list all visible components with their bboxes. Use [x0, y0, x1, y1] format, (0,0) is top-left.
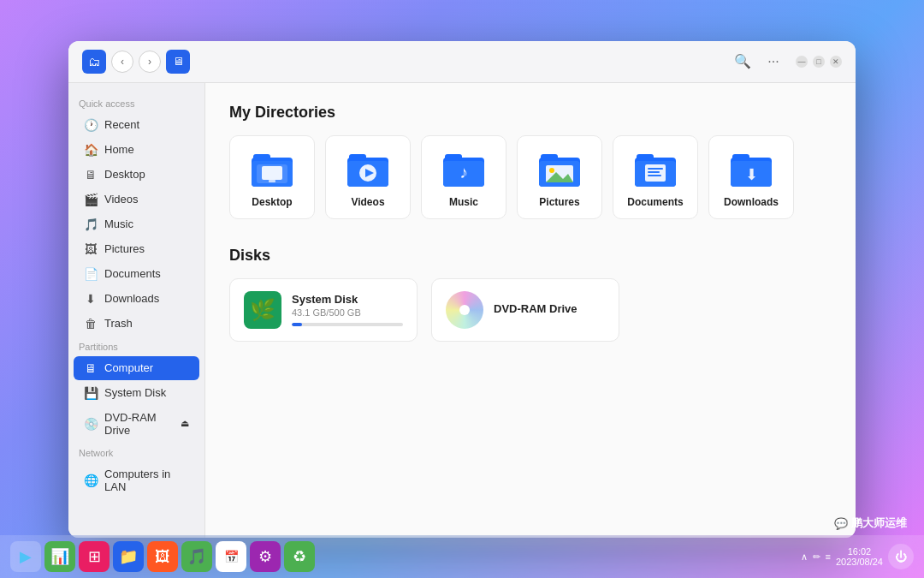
minimize-button[interactable]: —: [796, 56, 808, 68]
taskbar-pen-icon: ✏: [813, 551, 820, 563]
videos-folder-icon: [346, 150, 390, 188]
sidebar-item-computers-lan-label: Computers in LAN: [104, 468, 189, 493]
svg-rect-4: [262, 166, 282, 180]
pictures-folder-label: Pictures: [539, 196, 579, 208]
file-manager-window: 🗂 ‹ › 🖥 🔍 ··· — □ ✕ Quick access 🕐 Recen…: [68, 41, 856, 538]
taskbar-right: ∧ ✏ ≡ 16:02 2023/08/24 ⏻: [801, 544, 914, 569]
home-icon: 🏠: [84, 143, 98, 157]
maximize-button[interactable]: □: [813, 56, 825, 68]
svg-rect-26: [648, 171, 660, 173]
system-disk-size: 43.1 GB/500 GB: [292, 307, 403, 318]
downloads-folder-icon: ⬇: [729, 150, 773, 188]
taskbar-date: 2023/08/24: [836, 557, 883, 567]
sidebar-item-documents[interactable]: 📄 Documents: [74, 262, 199, 286]
title-bar-right: 🔍 ··· — □ ✕: [731, 50, 842, 74]
svg-rect-8: [349, 154, 366, 161]
sidebar-item-downloads[interactable]: ⬇ Downloads: [74, 287, 199, 311]
svg-rect-17: [541, 154, 558, 161]
system-disk-name: System Disk: [292, 293, 403, 306]
svg-rect-25: [648, 168, 663, 170]
disk-card-dvd[interactable]: DVD-RAM Drive: [431, 278, 619, 342]
sidebar-item-home[interactable]: 🏠 Home: [74, 138, 199, 162]
taskbar-icon-4[interactable]: 🖼: [147, 541, 178, 572]
app-icon-button[interactable]: 🗂: [82, 50, 106, 74]
main-panel: My Directories: [205, 83, 856, 538]
svg-rect-2: [253, 154, 270, 161]
dir-card-downloads[interactable]: ⬇ Downloads: [708, 135, 794, 219]
dvd-name: DVD-RAM Drive: [494, 302, 605, 315]
sidebar-item-computer[interactable]: 🖥 Computer: [74, 356, 199, 380]
close-button[interactable]: ✕: [830, 56, 842, 68]
sidebar-item-videos[interactable]: 🎬 Videos: [74, 188, 199, 212]
taskbar-icon-1[interactable]: 📊: [44, 541, 75, 572]
watermark: 💬 鹏大师运维: [834, 515, 907, 531]
svg-rect-13: [445, 154, 462, 161]
music-folder-label: Music: [449, 196, 478, 208]
dvd-hole: [459, 305, 470, 315]
sidebar-item-trash[interactable]: 🗑 Trash: [74, 312, 199, 336]
sidebar-item-computers-lan[interactable]: 🌐 Computers in LAN: [74, 462, 199, 498]
forward-button[interactable]: ›: [139, 51, 161, 73]
search-button[interactable]: 🔍: [731, 50, 755, 74]
system-disk-bar: [292, 323, 403, 326]
partitions-label: Partitions: [68, 337, 204, 355]
videos-folder-label: Videos: [351, 196, 384, 208]
sidebar-item-desktop[interactable]: 🖥 Desktop: [74, 163, 199, 187]
taskbar-clock: 16:02 2023/08/24: [836, 546, 883, 567]
disks-title: Disks: [229, 247, 832, 265]
sidebar-item-music-label: Music: [104, 217, 133, 230]
taskbar-time: 16:02: [836, 546, 883, 557]
sidebar-item-dvd-ram[interactable]: 💿 DVD-RAM Drive ⏏: [74, 406, 199, 442]
title-bar-left: 🗂 ‹ › 🖥: [82, 50, 190, 74]
system-disk-fill: [292, 323, 302, 326]
dir-card-desktop[interactable]: Desktop: [229, 135, 315, 219]
dir-card-videos[interactable]: Videos: [325, 135, 411, 219]
sidebar-item-music[interactable]: 🎵 Music: [74, 212, 199, 236]
more-button[interactable]: ···: [761, 50, 785, 74]
sidebar-item-videos-label: Videos: [104, 193, 139, 206]
directories-title: My Directories: [229, 104, 832, 122]
dir-card-documents[interactable]: Documents: [613, 135, 698, 219]
taskbar-power-button[interactable]: ⏻: [888, 544, 914, 569]
dir-card-pictures[interactable]: Pictures: [517, 135, 602, 219]
network-icon: 🌐: [84, 474, 98, 487]
taskbar-icon-3[interactable]: 📁: [113, 541, 144, 572]
disks-grid: 🌿 System Disk 43.1 GB/500 GB: [229, 278, 832, 342]
svg-point-19: [549, 168, 554, 173]
taskbar-icon-0[interactable]: ▶: [10, 541, 41, 572]
taskbar: ▶ 📊 ⊞ 📁 🖼 🎵 📅 ⚙ ♻ ∧ ✏ ≡ 16:02 2023/08/24…: [0, 535, 924, 578]
back-button[interactable]: ‹: [111, 51, 133, 73]
svg-rect-30: [732, 154, 749, 161]
pictures-icon: 🖼: [84, 242, 98, 256]
sidebar-item-pictures[interactable]: 🖼 Pictures: [74, 237, 199, 261]
disk-card-system[interactable]: 🌿 System Disk 43.1 GB/500 GB: [229, 278, 418, 342]
taskbar-icon-6[interactable]: 📅: [216, 541, 246, 572]
system-disk-info: System Disk 43.1 GB/500 GB: [292, 293, 403, 326]
documents-icon: 📄: [84, 267, 98, 281]
system-disk-icon: 🌿: [244, 291, 281, 329]
computer-view-button[interactable]: 🖥: [166, 50, 190, 74]
sidebar-item-dvd-ram-label: DVD-RAM Drive: [104, 411, 174, 437]
taskbar-icon-5[interactable]: 🎵: [181, 541, 212, 572]
sidebar-item-system-disk-label: System Disk: [104, 386, 166, 399]
svg-rect-5: [269, 180, 275, 182]
taskbar-icon-8[interactable]: ♻: [284, 541, 315, 572]
sidebar-item-recent-label: Recent: [104, 118, 139, 131]
sidebar-item-home-label: Home: [104, 143, 134, 156]
dir-card-music[interactable]: ♪ Music: [421, 135, 506, 219]
sidebar-item-computer-label: Computer: [104, 361, 153, 374]
directories-grid: Desktop Videos: [229, 135, 832, 219]
sidebar-item-pictures-label: Pictures: [104, 242, 145, 255]
quick-access-label: Quick access: [68, 93, 204, 112]
taskbar-bar-icon: ≡: [826, 551, 831, 562]
sidebar-item-system-disk[interactable]: 💾 System Disk: [74, 381, 199, 405]
documents-folder-label: Documents: [627, 196, 683, 208]
sidebar-item-recent[interactable]: 🕐 Recent: [74, 113, 199, 137]
taskbar-icon-2[interactable]: ⊞: [79, 541, 110, 572]
taskbar-icon-7[interactable]: ⚙: [250, 541, 281, 572]
downloads-folder-label: Downloads: [724, 196, 779, 208]
window-controls: — □ ✕: [796, 56, 842, 68]
documents-folder-icon: [633, 150, 678, 188]
recent-icon: 🕐: [84, 118, 98, 132]
system-disk-icon: 💾: [84, 386, 98, 400]
